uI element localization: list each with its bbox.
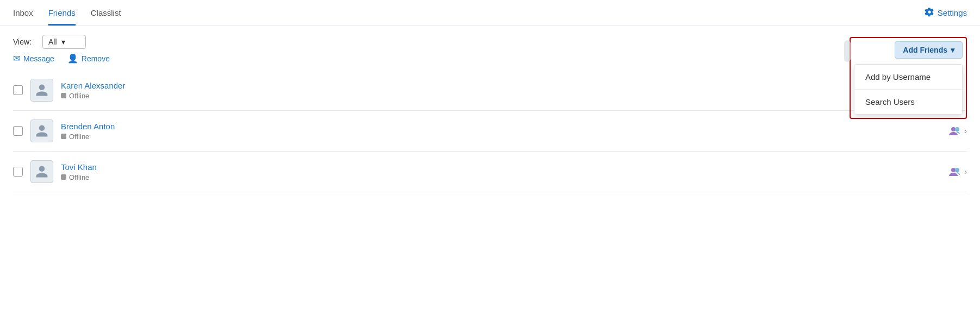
avatar	[30, 120, 53, 142]
chevron-down-icon: ▾	[61, 37, 65, 46]
settings-link[interactable]: Settings	[925, 7, 967, 18]
avatar	[30, 79, 53, 102]
message-label: Message	[23, 54, 54, 63]
add-by-username-item[interactable]: Add by Username	[854, 65, 962, 90]
chevron-right-icon[interactable]: ›	[964, 127, 967, 135]
status-dot	[61, 134, 66, 139]
page-container: Inbox Friends Classlist Settings View: A…	[0, 0, 980, 327]
friend-checkbox-2[interactable]	[13, 126, 23, 136]
tab-inbox[interactable]: Inbox	[13, 0, 33, 26]
svg-point-3	[955, 168, 959, 172]
friend-status: Offline	[61, 133, 115, 141]
add-friends-dropdown-wrapper: Add Friends ▾ Add by Username Search Use…	[850, 37, 967, 119]
friend-checkbox-1[interactable]	[13, 85, 23, 95]
view-select[interactable]: All ▾	[42, 35, 86, 49]
gear-icon	[925, 7, 934, 18]
view-value: All	[48, 37, 57, 46]
action-bar: ✉ Message 👤 Remove	[0, 53, 980, 70]
remove-label: Remove	[82, 54, 110, 63]
avatar	[30, 160, 53, 183]
group-icon[interactable]	[949, 126, 961, 136]
dropdown-menu: Add by Username Search Users	[854, 64, 963, 115]
chevron-down-icon: ▾	[951, 46, 954, 54]
top-nav: Inbox Friends Classlist Settings	[0, 0, 980, 26]
status-text: Offline	[69, 92, 89, 100]
tab-classlist[interactable]: Classlist	[91, 0, 121, 26]
friend-status: Offline	[61, 173, 97, 181]
table-row: Tovi Khan Offline ›	[13, 152, 967, 192]
status-text: Offline	[69, 173, 89, 181]
friend-actions: ›	[949, 126, 967, 136]
friend-info: Brenden Anton Offline	[61, 122, 115, 141]
table-row: Brenden Anton Offline ›	[13, 111, 967, 152]
group-icon[interactable]	[949, 167, 961, 177]
remove-button[interactable]: 👤 Remove	[67, 53, 110, 64]
friend-checkbox-3[interactable]	[13, 167, 23, 177]
remove-icon: 👤	[67, 53, 78, 64]
friend-name[interactable]: Brenden Anton	[61, 122, 115, 131]
friend-actions: ›	[949, 167, 967, 177]
chevron-right-icon[interactable]: ›	[964, 167, 967, 176]
friend-list: Karen Alexsander Offline Brenden Anton O…	[0, 70, 980, 192]
message-icon: ✉	[13, 53, 20, 64]
view-label: View:	[13, 37, 32, 46]
nav-tabs: Inbox Friends Classlist	[13, 0, 121, 26]
friend-name[interactable]: Tovi Khan	[61, 162, 97, 172]
dropdown-highlight: Add Friends ▾ Add by Username Search Use…	[850, 37, 967, 119]
toolbar: View: All ▾	[0, 26, 980, 53]
add-friends-label: Add Friends	[903, 46, 947, 54]
friend-info: Tovi Khan Offline	[61, 162, 97, 181]
friend-status: Offline	[61, 92, 125, 100]
friend-info: Karen Alexsander Offline	[61, 81, 125, 100]
table-row: Karen Alexsander Offline	[13, 70, 967, 111]
scroll-indicator	[844, 40, 851, 62]
status-dot	[61, 93, 66, 98]
message-button[interactable]: ✉ Message	[13, 53, 54, 64]
tab-friends[interactable]: Friends	[48, 0, 76, 26]
friend-name[interactable]: Karen Alexsander	[61, 81, 125, 90]
svg-point-1	[955, 127, 959, 131]
status-text: Offline	[69, 133, 89, 141]
svg-point-0	[951, 127, 956, 131]
add-friends-button[interactable]: Add Friends ▾	[895, 41, 963, 59]
svg-point-2	[951, 168, 956, 172]
search-users-item[interactable]: Search Users	[854, 90, 962, 114]
settings-label: Settings	[938, 8, 967, 17]
status-dot	[61, 174, 66, 180]
